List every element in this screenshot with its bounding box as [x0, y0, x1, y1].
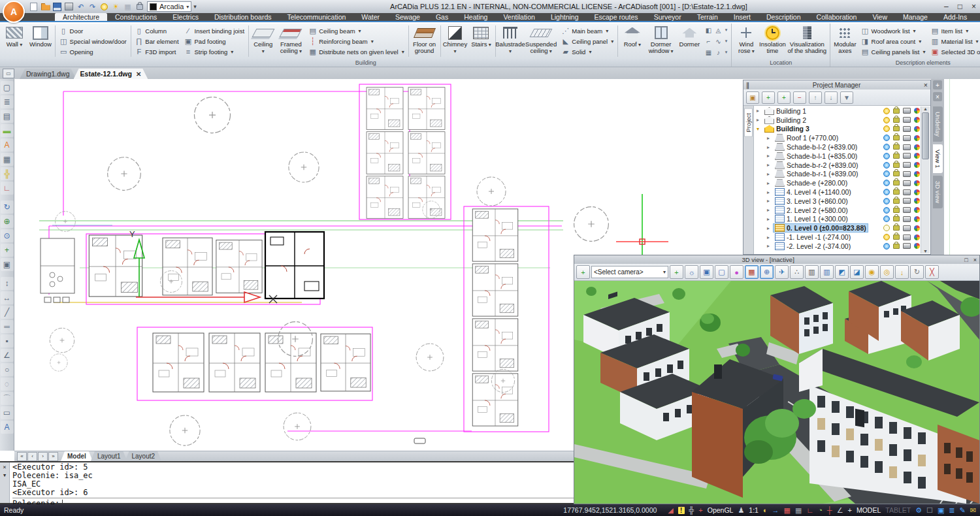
side-tab-underlay[interactable]: Underlay: [933, 106, 943, 142]
side-tab-view1[interactable]: View 1: [933, 144, 943, 173]
grid-red-icon[interactable]: ▦: [784, 507, 791, 514]
monitor-icon[interactable]: ▣: [938, 507, 944, 514]
flyby-button[interactable]: ✈: [775, 265, 789, 279]
woodwork-list-button[interactable]: ◫Woodwork list: [860, 25, 927, 36]
lock-icon[interactable]: [893, 144, 900, 150]
wall-button[interactable]: Wall: [1, 24, 27, 58]
print-icon[interactable]: [903, 234, 911, 240]
standby-icon[interactable]: ☐: [926, 507, 933, 514]
grid-gray-icon[interactable]: ▦: [795, 507, 802, 514]
color-palette-icon[interactable]: [914, 171, 920, 177]
double-line-icon[interactable]: ═: [1, 320, 14, 333]
color-palette-icon[interactable]: [914, 225, 920, 231]
ribbon-tab[interactable]: Sewage: [387, 13, 428, 21]
tree-row[interactable]: Schade-b-l-1 (+835.00): [754, 152, 930, 161]
arc-icon[interactable]: ⌒: [1, 392, 14, 405]
tree-scrollbar[interactable]: ▲▼: [921, 106, 930, 253]
expander-icon[interactable]: [767, 171, 774, 177]
expander-icon[interactable]: [757, 117, 763, 123]
ribbon-tab[interactable]: Gas: [428, 13, 456, 21]
ribbon-tab[interactable]: Electrics: [165, 13, 206, 21]
tree-row[interactable]: 0. Level 0 (±0.00=823.88): [754, 223, 930, 233]
camera-position-button[interactable]: ☼: [685, 265, 698, 279]
visibility-bulb-icon[interactable]: [883, 108, 890, 114]
view-3d-icon[interactable]: ▣: [1, 258, 14, 271]
tree-row[interactable]: 1. Level 1 (+300.00): [754, 215, 930, 224]
print-icon[interactable]: [903, 117, 911, 123]
rectangle-icon[interactable]: ▭: [1, 406, 14, 419]
move-level-up-button[interactable]: ↑: [809, 91, 822, 104]
lock-icon[interactable]: [893, 118, 900, 123]
print-icon[interactable]: [903, 171, 911, 177]
doc-tab-drawing1[interactable]: Drawing1.dwg✕: [20, 69, 76, 79]
chimney-button[interactable]: Chimney: [442, 24, 468, 58]
color-palette-icon[interactable]: [914, 189, 920, 195]
close-3d-icon[interactable]: ×: [973, 257, 977, 263]
walk-button[interactable]: ∴: [790, 265, 804, 279]
print-icon[interactable]: [903, 207, 911, 213]
close-command-icon[interactable]: ×: [3, 464, 6, 470]
open-file-button[interactable]: [41, 2, 50, 11]
lock-icon[interactable]: [893, 108, 900, 114]
restore-3d-icon[interactable]: □: [964, 257, 968, 263]
text-styles-icon[interactable]: A: [1, 138, 14, 152]
lock-icon[interactable]: [893, 225, 900, 231]
underlays-icon[interactable]: ≣: [1, 95, 14, 108]
ribbon-tab[interactable]: Architecture: [55, 13, 107, 21]
grid-icon[interactable]: ▦: [1, 153, 14, 166]
tree-row[interactable]: Building 3: [754, 125, 930, 134]
lock-icon[interactable]: [893, 234, 900, 240]
lock-icon[interactable]: [893, 244, 900, 249]
expander-icon[interactable]: [757, 108, 763, 114]
tree-row[interactable]: Schade-b-r-1 (+839.00): [754, 170, 930, 179]
color-palette-icon[interactable]: [914, 162, 920, 168]
framed-ceiling-button[interactable]: Framed ceiling: [276, 24, 306, 58]
add-camera-button[interactable]: +: [670, 265, 683, 279]
material-list-button[interactable]: ▥Material list: [930, 36, 980, 46]
visibility-bulb-icon[interactable]: [883, 234, 890, 240]
sun-settings-button[interactable]: ☀: [111, 2, 121, 11]
properties-window-icon[interactable]: ▢: [1, 81, 14, 94]
expander-icon[interactable]: [757, 126, 763, 132]
color-palette-icon[interactable]: [914, 198, 920, 204]
expander-icon[interactable]: [767, 234, 774, 240]
print-icon[interactable]: [903, 198, 911, 204]
drop-3-icon[interactable]: ▾: [723, 47, 728, 57]
tree-row[interactable]: 2. Level 2 (+580.00): [754, 206, 930, 215]
save-view-button[interactable]: ▥: [805, 265, 819, 279]
app-logo-icon[interactable]: A: [3, 1, 25, 23]
polyline-icon[interactable]: ∠: [1, 349, 14, 362]
next-layout-button[interactable]: ›: [38, 452, 48, 461]
tree-row[interactable]: Schade-e (+280.00): [754, 178, 930, 187]
expander-icon[interactable]: [767, 207, 774, 213]
color-settings-button[interactable]: ●: [730, 265, 743, 279]
ribbon-tab[interactable]: Collaboration: [809, 13, 865, 21]
view1-canvas-strip[interactable]: [944, 79, 980, 255]
expander-icon[interactable]: [767, 225, 774, 231]
doc-tab-estate[interactable]: Estate-12.1.dwg✕: [74, 69, 148, 79]
solid-button[interactable]: ▰Solid: [560, 46, 615, 57]
tablet-label[interactable]: TABLET: [885, 506, 911, 514]
expander-icon[interactable]: [767, 153, 774, 159]
distribute-nets-button[interactable]: ▦Distribute nets on given level: [307, 46, 405, 57]
setsquare-icon[interactable]: ◢: [668, 507, 673, 514]
ribbon-tab[interactable]: Manage: [895, 13, 936, 21]
item-list-button[interactable]: ▤Item list: [930, 25, 980, 36]
render-photo-button[interactable]: ◎: [880, 265, 894, 279]
dormer-window-button[interactable]: Dormer window: [645, 24, 677, 58]
color-palette-icon[interactable]: [914, 216, 920, 222]
visibility-bulb-icon[interactable]: [883, 198, 890, 204]
select-camera-combo[interactable]: <Select camera>▾: [591, 266, 668, 278]
ribbon-tab[interactable]: Escape routes: [587, 13, 646, 21]
dimension-vertical-icon[interactable]: ↕: [1, 277, 14, 290]
selected-3d-objects-list-button[interactable]: ▣Selected 3D objects list: [930, 46, 980, 57]
expander-icon[interactable]: [767, 135, 774, 141]
close-document-icon[interactable]: ✕: [136, 71, 141, 78]
door-button[interactable]: ▯Door: [58, 25, 128, 36]
zoom-extents-icon[interactable]: ⊙: [1, 229, 14, 242]
window-button[interactable]: Window: [27, 24, 54, 58]
floor-on-ground-button[interactable]: Floor on ground: [410, 24, 439, 58]
ribbon-tab[interactable]: Constructions: [107, 13, 165, 21]
snap-icon[interactable]: ╬: [1, 167, 14, 180]
opening-button[interactable]: ▭Opening: [58, 46, 128, 57]
